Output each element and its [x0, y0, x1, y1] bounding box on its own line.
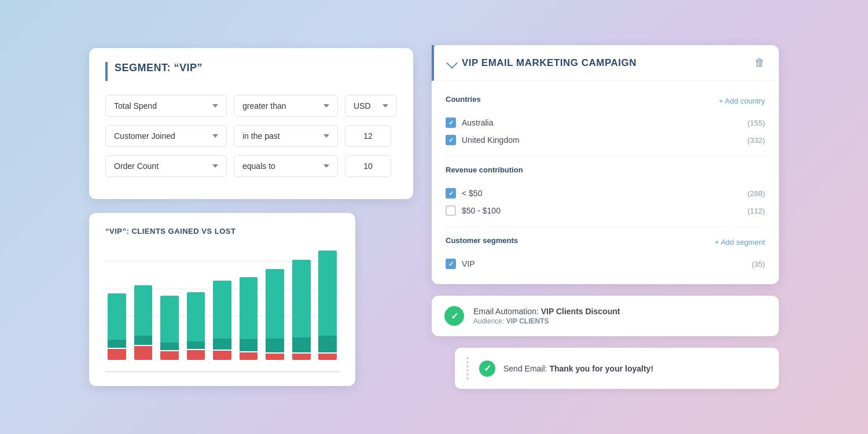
filter-row-3: Order Count equals to — [105, 155, 397, 177]
automation-name: VIP Clients Discount — [541, 307, 620, 316]
country-item-uk: United Kingdom (332) — [446, 131, 765, 149]
bar-green-7 — [292, 260, 311, 337]
bar-red-3 — [187, 350, 205, 360]
sub-automation-card: Send Email: Thank you for your loyalty! — [455, 348, 779, 389]
value-input-3[interactable] — [345, 155, 391, 177]
revenue-label: Revenue contribution — [446, 165, 523, 174]
bar-teal-8 — [318, 336, 337, 352]
checkbox-under50[interactable] — [446, 188, 456, 198]
add-country-button[interactable]: + Add country — [719, 97, 765, 105]
sub-prefix: Send Email: — [503, 364, 549, 373]
sub-automation-text: Send Email: Thank you for your loyalty! — [503, 364, 653, 373]
campaign-header: VIP EMAIL MARKETING CAMPAIGN 🗑 — [432, 45, 779, 81]
chevron-icon-5 — [323, 134, 329, 138]
segment-item-vip: VIP (35) — [446, 255, 765, 273]
right-panel: VIP EMAIL MARKETING CAMPAIGN 🗑 Countries… — [432, 45, 779, 389]
country-item-australia: Australia (155) — [446, 114, 765, 131]
collapse-icon[interactable] — [446, 57, 458, 69]
chevron-icon-6 — [212, 164, 218, 168]
value-select-1[interactable]: USD — [345, 95, 397, 117]
bar-group-2 — [158, 245, 181, 360]
field-select-1[interactable]: Total Spend — [105, 95, 227, 117]
add-segment-button[interactable]: + Add segment — [715, 238, 765, 247]
bar-teal-7 — [292, 337, 311, 353]
revenue-section-header: Revenue contribution — [446, 163, 765, 180]
delete-icon[interactable]: 🗑 — [755, 57, 765, 69]
bar-red-2 — [160, 351, 179, 360]
bar-red-7 — [292, 354, 311, 360]
value-input-2[interactable] — [345, 125, 391, 147]
operator-select-3[interactable]: equals to — [234, 155, 338, 177]
segments-section-header: Customer segments + Add segment — [446, 234, 765, 251]
bar-group-1 — [132, 245, 155, 360]
divider-1 — [446, 156, 765, 156]
automation-subtext: Audience: VIP CLIENTS — [473, 317, 620, 325]
checkbox-australia[interactable] — [446, 117, 456, 128]
field-select-3[interactable]: Order Count — [105, 155, 227, 177]
checkbox-uk[interactable] — [446, 135, 456, 145]
bar-group-6 — [263, 245, 286, 360]
chevron-icon-4 — [212, 134, 218, 138]
segments-label: Customer segments — [446, 236, 518, 245]
sub-check-icon — [479, 361, 495, 377]
chart-area — [105, 245, 339, 372]
bar-green-4 — [213, 281, 231, 339]
bar-red-0 — [108, 349, 126, 360]
chart-title: “VIP”: CLIENTS GAINED VS LOST — [105, 227, 339, 236]
drag-handle[interactable] — [466, 357, 469, 380]
checkbox-vip[interactable] — [446, 259, 456, 269]
segment-title-bar: SEGMENT: “VIP” — [105, 62, 397, 81]
campaign-title: VIP EMAIL MARKETING CAMPAIGN — [462, 57, 637, 69]
bar-green-6 — [266, 269, 284, 339]
segment-title: SEGMENT: “VIP” — [115, 62, 203, 74]
bar-red-4 — [213, 351, 231, 360]
bar-teal-6 — [266, 339, 284, 352]
automation-prefix: Email Automation: — [473, 307, 541, 316]
sub-automation-row: Send Email: Thank you for your loyalty! — [432, 348, 779, 389]
filter-row-1: Total Spend greater than USD — [105, 95, 397, 117]
bar-group-5 — [237, 245, 260, 360]
dot-4 — [466, 369, 469, 372]
chevron-icon-7 — [323, 164, 329, 168]
chart-card: “VIP”: CLIENTS GAINED VS LOST — [89, 213, 355, 386]
bar-green-8 — [318, 251, 337, 336]
bar-teal-0 — [108, 340, 126, 347]
campaign-body: Countries + Add country Australia (155) … — [432, 81, 779, 284]
bar-teal-3 — [187, 341, 205, 349]
revenue-item-50-100: $50 - $100 (112) — [446, 202, 765, 219]
countries-label: Countries — [446, 95, 481, 104]
bar-group-3 — [185, 245, 208, 360]
bar-green-1 — [134, 285, 153, 336]
bar-group-7 — [290, 245, 313, 360]
bar-group-8 — [317, 245, 340, 360]
operator-select-2[interactable]: in the past — [234, 125, 338, 147]
dot-5 — [466, 373, 469, 376]
bar-red-6 — [266, 354, 284, 360]
bar-red-5 — [240, 352, 258, 360]
dot-1 — [466, 357, 469, 359]
operator-select-1[interactable]: greater than — [234, 95, 338, 117]
bar-green-0 — [108, 293, 126, 340]
dot-3 — [466, 365, 469, 367]
field-select-2[interactable]: Customer Joined — [105, 125, 227, 147]
sub-name: Thank you for your loyalty! — [549, 364, 653, 373]
revenue-item-under50: < $50 (288) — [446, 185, 765, 202]
automation-check-icon — [444, 306, 464, 326]
chevron-icon-3 — [382, 104, 388, 108]
campaign-header-left: VIP EMAIL MARKETING CAMPAIGN — [448, 57, 637, 69]
checkbox-50-100[interactable] — [446, 205, 456, 216]
automation-main-card: Email Automation: VIP Clients Discount A… — [432, 296, 779, 336]
bar-green-2 — [160, 296, 179, 342]
campaign-card: VIP EMAIL MARKETING CAMPAIGN 🗑 Countries… — [432, 45, 779, 284]
bar-teal-4 — [213, 339, 231, 350]
divider-2 — [446, 226, 765, 227]
bar-green-5 — [240, 277, 258, 339]
bar-green-3 — [187, 292, 205, 341]
bar-teal-1 — [134, 336, 153, 345]
dot-6 — [466, 377, 469, 380]
automation-audience: VIP CLIENTS — [506, 317, 549, 325]
chevron-icon-1 — [212, 104, 218, 108]
bar-group-0 — [105, 245, 128, 360]
chevron-icon-2 — [323, 104, 329, 108]
bar-group-4 — [211, 245, 234, 360]
